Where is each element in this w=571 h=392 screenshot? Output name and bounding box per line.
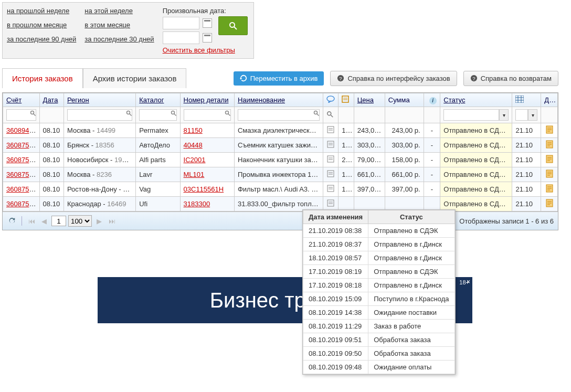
pager-next[interactable]: ▶ [94,216,104,226]
invoice-icon [327,126,334,133]
pager-prev[interactable]: ◀ [39,216,49,226]
invoice-icon [327,170,334,177]
cell-invoice[interactable] [323,123,339,138]
header-price[interactable]: Цена [354,93,385,107]
filter-region-input[interactable] [67,109,132,121]
date-to-input[interactable] [163,31,199,44]
part-link[interactable]: 40448 [184,141,203,149]
header-account[interactable]: Счёт [3,93,40,107]
pager-page-input[interactable] [51,216,66,226]
header-comment[interactable] [323,93,339,107]
orders-grid: Счёт Дата Регион Каталог Номер детали На… [2,92,558,230]
doc-icon [546,140,553,149]
cell-doc[interactable] [541,123,558,138]
cell-invoice[interactable] [323,167,339,182]
popup-header-status: Статус [368,210,454,224]
filter-this-month[interactable]: в этом месяце [84,21,154,29]
popup-row: 21.10.2019 08:38Отправлено в СДЭК [303,224,455,231]
cell-doc[interactable] [541,153,558,167]
account-link[interactable]: 36087502 [6,171,37,178]
tab-order-history[interactable]: История заказов [2,68,83,88]
part-link[interactable]: 81150 [184,126,203,134]
custom-date-label: Произвольная дата: [163,7,226,15]
part-link[interactable]: 3183300 [184,200,210,208]
filter-last-30[interactable]: за последние 30 дней [84,35,154,43]
move-to-archive-button[interactable]: Переместить в архив [234,71,324,86]
search-icon[interactable] [326,111,334,118]
pager-last[interactable]: ⏭ [107,216,117,226]
filter-this-week[interactable]: на этой неделе [84,7,154,15]
account-link[interactable]: 36089463 [6,126,37,134]
cell-date: 08.10 [39,197,64,211]
tab-order-archive[interactable]: Архив истории заказов [83,68,187,88]
cell-invoice[interactable] [323,182,339,197]
account-link[interactable]: 36087502 [6,185,37,193]
date-from-input[interactable] [163,17,199,29]
info-icon: i [510,186,512,194]
table-row[interactable]: 3608750208.10Новосибирск - 19661Alfi par… [3,153,558,167]
table-row[interactable]: 3608750208.10Брянск - 18356АвтоДело40448… [3,138,558,153]
cell-doc[interactable] [541,197,558,211]
cell-doc[interactable] [541,138,558,153]
table-row[interactable]: 3608750208.10Ростов-на-Дону - 17673Vag03… [3,182,558,197]
header-date[interactable]: Дата [39,93,64,107]
cell-status[interactable]: Отправлено в СДЭКi [440,138,512,153]
header-date2[interactable] [512,93,541,107]
table-row[interactable]: 3608750208.10Краснодар - 16469Ufi3183300… [3,197,558,211]
table-row[interactable]: 3608750208.10Москва - 8236LavrML101Промы… [3,167,558,182]
search-icon [313,110,320,116]
filter-last-month[interactable]: в прошлом месяце [7,21,76,29]
filter-custom-dates: Произвольная дата: Очистить все фильтры [163,7,235,54]
invoice-icon [327,155,334,163]
help-returns-button[interactable]: ? Справка по возвратам [463,71,558,86]
filter-name-input[interactable] [238,109,320,121]
pager-first[interactable]: ⏮ [26,216,37,226]
part-link[interactable]: IC2001 [184,156,206,164]
header-part[interactable]: Номер детали [180,93,234,107]
cell-status[interactable]: Отправлено в СДЭКi [440,167,512,182]
cell-invoice[interactable] [323,153,339,167]
filter-last-90[interactable]: за последние 90 дней [7,35,76,43]
cell-invoice[interactable] [323,138,339,153]
cell-status[interactable]: Отправлено в СДЭКi [440,123,512,138]
account-link[interactable]: 36087502 [6,141,37,149]
header-invoice[interactable] [339,93,354,107]
refresh-button[interactable] [7,216,17,226]
cell-status[interactable]: Отправлено в СДЭКi [440,153,512,167]
cell-doc[interactable] [541,182,558,197]
filter-date2-select[interactable]: ▾ [515,109,537,121]
cell-doc[interactable] [541,167,558,182]
filter-status-select[interactable]: ▾ [443,109,509,121]
header-catalog[interactable]: Каталог [136,93,180,107]
filter-quick-col1: на прошлой неделе в прошлом месяце за по… [7,7,76,43]
table-row[interactable]: 3608946308.10Москва - 14499Permatex81150… [3,123,558,138]
cell-date: 08.10 [39,123,64,138]
svg-text:?: ? [472,76,475,81]
cell-date: 08.10 [39,138,64,153]
svg-point-19 [327,111,331,115]
clear-filters-link[interactable]: Очистить все фильтры [163,46,235,54]
calendar-icon[interactable] [203,18,212,28]
filter-last-week[interactable]: на прошлой неделе [7,7,76,15]
header-region[interactable]: Регион [64,93,136,107]
account-link[interactable]: 36087502 [6,200,37,208]
pager-size-select[interactable]: 100 [68,215,92,227]
popup-status: Отправлено в СДЭК [368,224,454,231]
help-interface-button[interactable]: ? Справка по интерфейсу заказов [330,71,457,86]
header-info[interactable]: i [424,93,440,107]
header-status[interactable]: Статус [440,93,512,107]
account-link[interactable]: 36087502 [6,156,37,164]
filter-part-input[interactable] [184,109,231,121]
search-button[interactable] [218,16,248,35]
header-sum[interactable]: Сумма [385,93,424,107]
header-name[interactable]: Наименование [234,93,323,107]
cell-date2: 21.10 [512,138,541,153]
cell-status[interactable]: Отправлено в СДЭКi [440,182,512,197]
header-doc[interactable]: Доку [541,93,558,107]
svg-point-17 [314,111,317,114]
svg-rect-25 [327,156,334,162]
info-icon: i [510,128,512,135]
part-link[interactable]: 03C115561H [184,185,224,193]
calendar-icon[interactable] [203,33,212,43]
part-link[interactable]: ML101 [184,171,205,178]
